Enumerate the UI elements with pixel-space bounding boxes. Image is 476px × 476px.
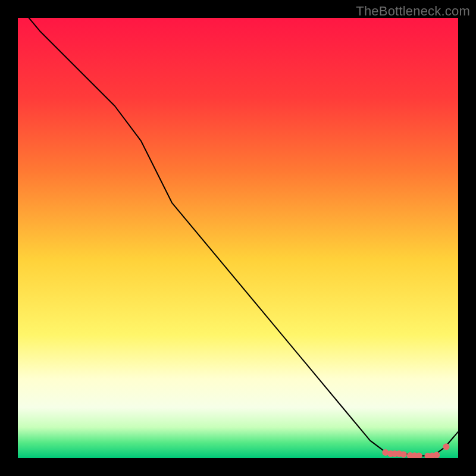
chart-svg xyxy=(18,18,458,458)
chart-stage: TheBottleneck.com xyxy=(0,0,476,476)
marker-dot xyxy=(433,452,440,458)
chart-plot-area xyxy=(18,18,458,458)
attribution-label: TheBottleneck.com xyxy=(356,4,470,19)
marker-dot xyxy=(400,451,407,458)
gradient-background xyxy=(18,18,458,458)
marker-dot xyxy=(443,443,450,450)
